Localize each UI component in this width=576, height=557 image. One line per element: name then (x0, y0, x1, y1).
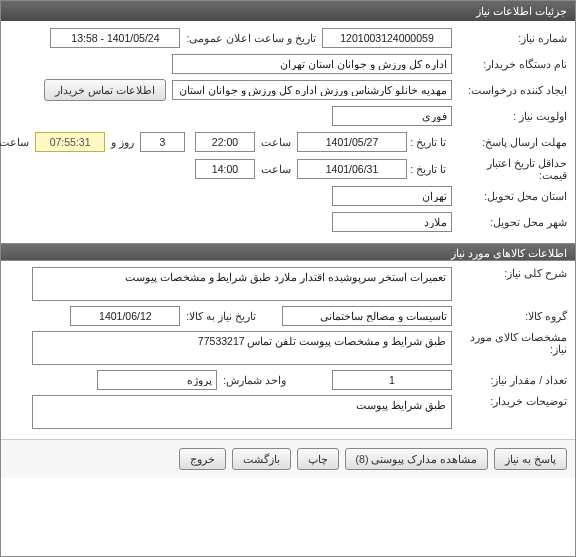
window-titlebar: جزئیات اطلاعات نیاز (1, 1, 575, 21)
unit-field[interactable] (97, 370, 217, 390)
delivery-city-label: شهر محل تحویل: (452, 216, 567, 228)
until-date-label-2: تا تاریخ : (407, 163, 452, 175)
unit-label: واحد شمارش: (217, 374, 292, 386)
need-to-date-field[interactable] (70, 306, 180, 326)
priority-field[interactable] (332, 106, 452, 126)
validity-time-field[interactable] (195, 159, 255, 179)
print-button[interactable]: چاپ (297, 448, 339, 470)
back-button[interactable]: بازگشت (232, 448, 291, 470)
general-desc-label: شرح کلی نیاز: (452, 267, 567, 279)
min-validity-label: حداقل تاریخ اعتبار قیمت: (452, 157, 567, 181)
goods-section-title: اطلاعات کالاهای مورد نیاز (451, 247, 567, 259)
button-bar: پاسخ به نیاز مشاهده مدارک پیوستی (8) چاپ… (1, 439, 575, 478)
main-window: جزئیات اطلاعات نیاز پایگاه اطلاع رسانی ا… (0, 0, 576, 557)
goods-section-header: اطلاعات کالاهای مورد نیاز (1, 243, 575, 261)
priority-label: اولویت نیاز : (452, 110, 567, 122)
need-to-date-label: تاریخ نیاز به کالا: (180, 310, 262, 322)
time-label-1: ساعت (255, 136, 297, 148)
goods-group-label: گروه کالا: (452, 310, 567, 322)
time-label-2: ساعت (255, 163, 297, 175)
buyer-notes-field[interactable] (32, 395, 452, 429)
validity-date-field[interactable] (297, 159, 407, 179)
response-deadline-label: مهلت ارسال پاسخ: (452, 136, 567, 148)
attachments-button[interactable]: مشاهده مدارک پیوستی (8) (345, 448, 489, 470)
exit-button[interactable]: خروج (179, 448, 226, 470)
goods-group-field[interactable] (282, 306, 452, 326)
until-date-label-1: تا تاریخ : (407, 136, 452, 148)
quantity-field[interactable] (332, 370, 452, 390)
remaining-suffix: ساعت باقی مانده (0, 136, 35, 148)
window-title: جزئیات اطلاعات نیاز (476, 5, 567, 17)
response-date-field[interactable] (297, 132, 407, 152)
buyer-notes-label: توضیحات خریدار: (452, 395, 567, 407)
delivery-province-field[interactable] (332, 186, 452, 206)
days-and-label: روز و (105, 136, 140, 148)
remaining-days-field (140, 132, 185, 152)
section-goods-info: شرح کلی نیاز: گروه کالا: تاریخ نیاز به ک… (1, 261, 575, 439)
respond-button[interactable]: پاسخ به نیاز (494, 448, 567, 470)
quantity-label: تعداد / مقدار نیاز: (452, 374, 567, 386)
announce-datetime-field[interactable] (50, 28, 180, 48)
goods-spec-field[interactable] (32, 331, 452, 365)
buyer-org-label: نام دستگاه خریدار: (452, 58, 567, 70)
delivery-city-field[interactable] (332, 212, 452, 232)
delivery-province-label: استان محل تحویل: (452, 190, 567, 202)
response-time-field[interactable] (195, 132, 255, 152)
requester-label: ایجاد کننده درخواست: (452, 84, 567, 96)
remaining-time-field (35, 132, 105, 152)
requester-field[interactable] (172, 80, 452, 100)
need-number-field[interactable] (322, 28, 452, 48)
need-number-label: شماره نیاز: (452, 32, 567, 44)
general-desc-field[interactable] (32, 267, 452, 301)
section-need-info: شماره نیاز: تاریخ و ساعت اعلان عمومی: نا… (1, 21, 575, 243)
buyer-contact-button[interactable]: اطلاعات تماس خریدار (44, 79, 166, 101)
goods-spec-label: مشخصات کالای مورد نیاز: (452, 331, 567, 355)
buyer-org-field[interactable] (172, 54, 452, 74)
announce-datetime-label: تاریخ و ساعت اعلان عمومی: (180, 32, 322, 44)
